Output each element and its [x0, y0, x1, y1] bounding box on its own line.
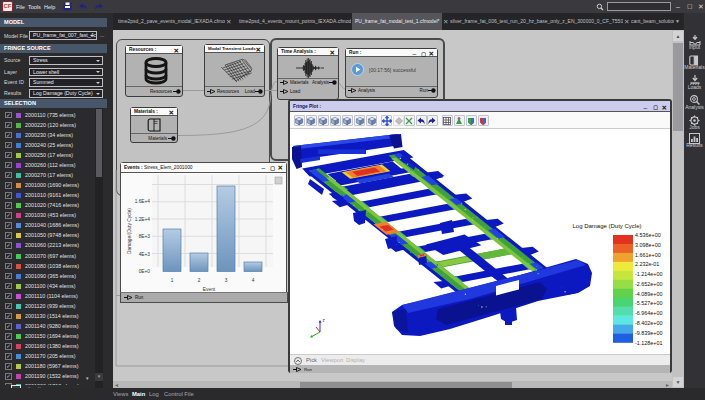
svg-text:-2.652e+00: -2.652e+00	[635, 281, 662, 287]
svg-text:1.2E+4: 1.2E+4	[135, 216, 151, 221]
svg-text:3: 3	[225, 278, 228, 283]
svg-text:-5.527e+00: -5.527e+00	[635, 300, 662, 306]
svg-text:-1.214e+00: -1.214e+00	[635, 271, 662, 277]
svg-text:Event: Event	[203, 286, 216, 291]
svg-text:3.098e+00: 3.098e+00	[635, 242, 661, 248]
svg-text:4E+3: 4E+3	[139, 251, 151, 256]
svg-text:1.661e+00: 1.661e+00	[635, 252, 661, 258]
svg-text:-8.402e+00: -8.402e+00	[635, 320, 662, 326]
svg-text:-4.089e+00: -4.089e+00	[635, 291, 662, 297]
svg-text:1: 1	[171, 278, 174, 283]
svg-text:-1.128e+01: -1.128e+01	[635, 340, 662, 346]
svg-text:4: 4	[252, 278, 255, 283]
svg-text:2.232e-01: 2.232e-01	[635, 261, 659, 267]
svg-text:0E+0: 0E+0	[139, 269, 151, 274]
svg-text:8E+3: 8E+3	[139, 234, 151, 239]
svg-text:2: 2	[198, 278, 201, 283]
svg-text:-9.839e+00: -9.839e+00	[635, 330, 662, 336]
svg-text:-6.964e+00: -6.964e+00	[635, 310, 662, 316]
svg-text:1.6E+4: 1.6E+4	[135, 199, 151, 204]
svg-text:Damage/(Duty Cycle): Damage/(Duty Cycle)	[127, 207, 132, 253]
svg-text:Log Damage (Duty Cycle): Log Damage (Duty Cycle)	[572, 223, 641, 229]
svg-text:4.536e+00: 4.536e+00	[635, 232, 661, 238]
